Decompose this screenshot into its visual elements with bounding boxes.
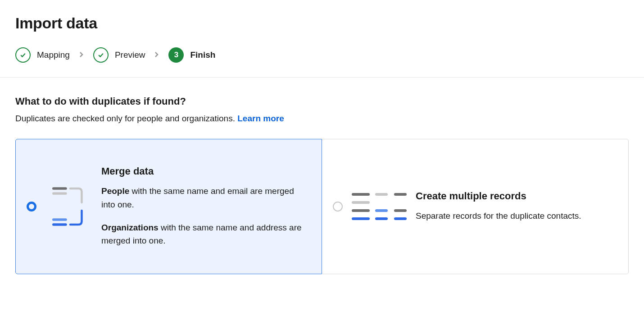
radio-indicator bbox=[27, 202, 36, 211]
duplicates-heading: What to do with duplicates if found? bbox=[15, 96, 629, 107]
checkmark-icon bbox=[15, 47, 31, 63]
svg-rect-1 bbox=[52, 192, 67, 194]
option-create-multiple[interactable]: Create multiple records Separate records… bbox=[322, 139, 629, 274]
radio-indicator bbox=[333, 202, 343, 211]
duplicate-records-icon bbox=[352, 193, 409, 220]
step-finish[interactable]: 3 Finish bbox=[168, 47, 215, 63]
page-title: Import data bbox=[15, 14, 629, 32]
step-label: Finish bbox=[190, 50, 215, 60]
merge-icon bbox=[45, 184, 95, 229]
step-mapping[interactable]: Mapping bbox=[15, 47, 70, 63]
option-title: Create multiple records bbox=[416, 190, 616, 202]
merge-people-desc: People with the same name and email are … bbox=[101, 184, 309, 211]
step-label: Preview bbox=[115, 50, 145, 60]
stepper: Mapping Preview 3 Finish bbox=[15, 47, 629, 63]
chevron-right-icon bbox=[79, 51, 84, 59]
option-title: Merge data bbox=[101, 166, 309, 177]
duplicate-options: Merge data People with the same name and… bbox=[15, 139, 629, 274]
learn-more-link[interactable]: Learn more bbox=[237, 114, 284, 123]
svg-rect-0 bbox=[52, 187, 67, 189]
svg-rect-2 bbox=[52, 218, 67, 221]
step-label: Mapping bbox=[37, 50, 70, 60]
divider bbox=[0, 77, 644, 78]
option-merge-data[interactable]: Merge data People with the same name and… bbox=[15, 139, 322, 274]
duplicates-subtext: Duplicates are checked only for people a… bbox=[15, 114, 629, 124]
merge-orgs-desc: Organizations with the same name and add… bbox=[101, 221, 309, 248]
chevron-right-icon bbox=[154, 51, 159, 59]
create-multiple-desc: Separate records for the duplicate conta… bbox=[416, 209, 616, 222]
step-number-icon: 3 bbox=[168, 47, 184, 63]
checkmark-icon bbox=[93, 47, 109, 63]
step-preview[interactable]: Preview bbox=[93, 47, 145, 63]
svg-rect-3 bbox=[52, 223, 67, 225]
duplicates-subtext-body: Duplicates are checked only for people a… bbox=[15, 114, 237, 123]
